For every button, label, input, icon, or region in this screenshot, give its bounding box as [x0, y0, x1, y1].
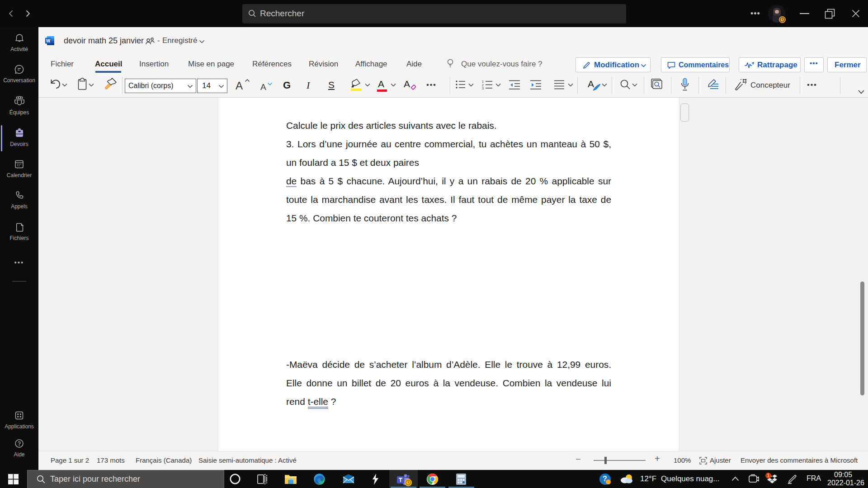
svg-text:W: W	[46, 38, 51, 43]
svg-text:2: 2	[482, 84, 484, 87]
svg-text:1: 1	[482, 80, 484, 83]
svg-text:3: 3	[482, 87, 484, 89]
